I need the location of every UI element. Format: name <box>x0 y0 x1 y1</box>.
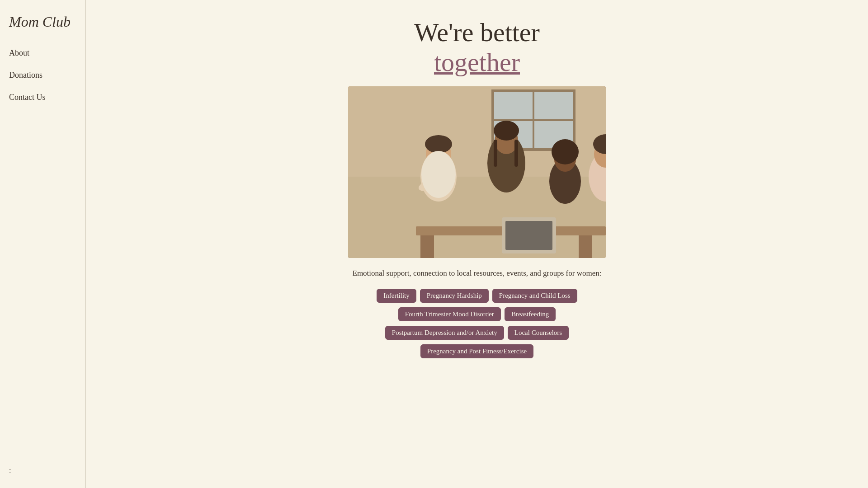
hero-title-line2: together <box>434 47 520 77</box>
site-logo[interactable]: Mom Club <box>9 14 71 30</box>
tags-row-2: Fourth Trimester Mood Disorder Breastfee… <box>398 307 556 321</box>
tag-fitness[interactable]: Pregnancy and Post Fitness/Exercise <box>420 344 533 358</box>
tag-local-counselors[interactable]: Local Counselors <box>508 326 569 340</box>
hero-title-line1: We're better <box>414 18 540 47</box>
description-text: Emotional support, connection to local r… <box>353 269 602 278</box>
sidebar: Mom Club About Donations Contact Us : <box>0 0 86 488</box>
nav-item-about[interactable]: About <box>9 48 29 58</box>
nav-item-donations[interactable]: Donations <box>9 70 42 80</box>
tag-infertility[interactable]: Infertility <box>377 289 416 303</box>
nav-item-contact-us[interactable]: Contact Us <box>9 93 46 102</box>
tag-pregnancy-hardship[interactable]: Pregnancy Hardship <box>420 289 489 303</box>
tags-container: Infertility Pregnancy Hardship Pregnancy… <box>377 289 577 358</box>
svg-rect-28 <box>348 86 606 258</box>
tag-pregnancy-child-loss[interactable]: Pregnancy and Child Loss <box>492 289 577 303</box>
tags-row-3: Postpartum Depression and/or Anxiety Loc… <box>385 326 569 340</box>
sidebar-dots: : <box>9 195 11 474</box>
tag-breastfeeding[interactable]: Breastfeeding <box>505 307 556 321</box>
tag-postpartum[interactable]: Postpartum Depression and/or Anxiety <box>385 326 504 340</box>
hero-image <box>348 86 606 258</box>
tag-fourth-trimester[interactable]: Fourth Trimester Mood Disorder <box>398 307 501 321</box>
tags-row-1: Infertility Pregnancy Hardship Pregnancy… <box>377 289 577 303</box>
main-content: We're better together <box>86 0 868 488</box>
tags-row-4: Pregnancy and Post Fitness/Exercise <box>420 344 533 358</box>
